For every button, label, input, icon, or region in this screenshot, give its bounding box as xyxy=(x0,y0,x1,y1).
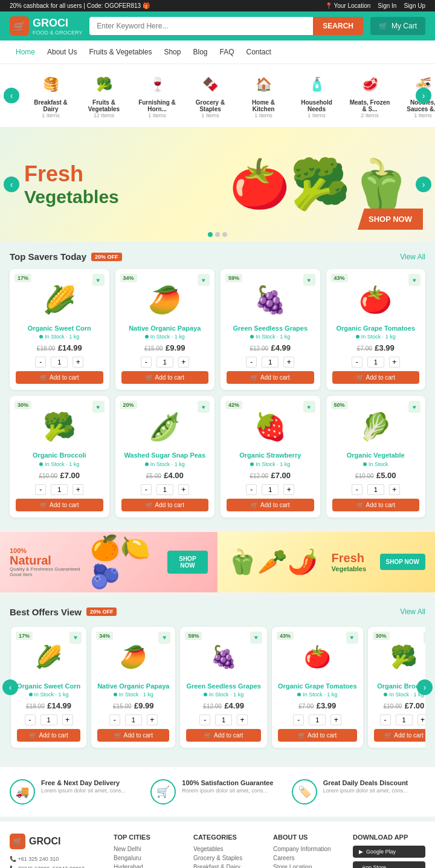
qty-increase-6[interactable]: + xyxy=(283,484,294,495)
best-offer-qty-inc-4[interactable]: + xyxy=(417,714,426,725)
category-item-1[interactable]: 🥦 Fruits & Vegetables 12 Items xyxy=(77,70,130,121)
add-to-cart-7[interactable]: 🛒 Add to cart xyxy=(332,499,420,511)
hero-next-button[interactable]: › xyxy=(416,177,431,192)
footer-city-2[interactable]: Hyderabad xyxy=(114,864,186,868)
footer-cat-0[interactable]: Vegetables xyxy=(193,846,266,852)
category-item-3[interactable]: 🍫 Grocery & Staples 1 Items xyxy=(184,70,237,121)
location-link[interactable]: 📍 Your Location xyxy=(325,2,370,9)
nav-fruits[interactable]: Fruits & Vegetables xyxy=(83,40,158,63)
categories-next-button[interactable]: › xyxy=(416,88,431,103)
best-offer-wishlist-4[interactable]: ♥ xyxy=(424,632,426,644)
best-offers-prev-button[interactable]: ‹ xyxy=(2,679,18,695)
wishlist-button-3[interactable]: ♥ xyxy=(408,274,420,286)
qty-input-3[interactable] xyxy=(367,357,384,368)
best-offer-qty-input-3[interactable] xyxy=(309,714,326,725)
add-to-cart-3[interactable]: 🛒 Add to cart xyxy=(332,371,420,384)
top-savers-view-all[interactable]: View All xyxy=(400,253,425,261)
best-offer-qty-dec-1[interactable]: - xyxy=(109,714,120,725)
qty-decrease-7[interactable]: - xyxy=(352,484,362,495)
category-item-6[interactable]: 🥩 Meats, Frozen & S... 2 Items xyxy=(343,70,396,121)
best-offer-qty-inc-1[interactable]: + xyxy=(147,714,158,725)
nav-blog[interactable]: Blog xyxy=(187,40,213,63)
add-to-cart-5[interactable]: 🛒 Add to cart xyxy=(121,499,209,511)
best-offer-add-cart-2[interactable]: 🛒 Add to cart xyxy=(186,729,261,742)
best-offer-wishlist-2[interactable]: ♥ xyxy=(250,632,262,644)
wishlist-button-4[interactable]: ♥ xyxy=(92,401,105,413)
nav-shop[interactable]: Shop xyxy=(158,40,187,63)
qty-increase-2[interactable]: + xyxy=(283,357,294,368)
nav-faq[interactable]: FAQ xyxy=(214,40,240,63)
cart-button[interactable]: 🛒 My Cart xyxy=(370,17,425,35)
app-store-button[interactable]: App Store xyxy=(353,861,425,868)
footer-about-1[interactable]: Careers xyxy=(273,855,346,861)
wishlist-button-6[interactable]: ♥ xyxy=(303,401,315,413)
best-offer-add-cart-1[interactable]: 🛒 Add to cart xyxy=(97,729,169,742)
best-offer-add-cart-4[interactable]: 🛒 Add to cart xyxy=(374,729,426,742)
qty-input-1[interactable] xyxy=(156,357,173,368)
add-to-cart-0[interactable]: 🛒 Add to cart xyxy=(16,371,103,384)
qty-decrease-0[interactable]: - xyxy=(35,357,46,368)
best-offer-qty-inc-3[interactable]: + xyxy=(330,714,341,725)
nav-contact[interactable]: Contact xyxy=(240,40,277,63)
best-offer-wishlist-3[interactable]: ♥ xyxy=(346,632,358,644)
categories-prev-button[interactable]: ‹ xyxy=(4,88,19,103)
footer-cat-2[interactable]: Breakfast & Dairy xyxy=(193,864,266,868)
best-offer-qty-dec-2[interactable]: - xyxy=(199,714,210,725)
hero-dot-1[interactable] xyxy=(208,232,213,237)
wishlist-button-2[interactable]: ♥ xyxy=(303,274,315,286)
qty-increase-3[interactable]: + xyxy=(389,357,400,368)
qty-input-0[interactable] xyxy=(51,357,68,368)
category-item-2[interactable]: 🍷 Furnishing & Horn... 1 Items xyxy=(130,70,184,121)
qty-input-4[interactable] xyxy=(51,484,68,495)
signin-link[interactable]: Sign In xyxy=(378,2,396,9)
category-item-5[interactable]: 🧴 Household Needs 1 Items xyxy=(290,70,343,121)
hero-dot-3[interactable] xyxy=(222,232,227,237)
best-offer-add-cart-3[interactable]: 🛒 Add to cart xyxy=(278,729,357,742)
qty-input-2[interactable] xyxy=(262,357,279,368)
qty-input-7[interactable] xyxy=(367,484,384,495)
hero-prev-button[interactable]: ‹ xyxy=(4,177,19,192)
qty-decrease-5[interactable]: - xyxy=(141,484,152,495)
footer-city-1[interactable]: Bengaluru xyxy=(114,855,186,861)
add-to-cart-6[interactable]: 🛒 Add to cart xyxy=(227,499,314,511)
qty-decrease-4[interactable]: - xyxy=(35,484,46,495)
qty-increase-4[interactable]: + xyxy=(72,484,83,495)
category-item-4[interactable]: 🏠 Home & Kitchen 1 Items xyxy=(237,70,290,121)
best-offer-qty-input-4[interactable] xyxy=(396,714,413,725)
nav-about[interactable]: About Us xyxy=(41,40,83,63)
add-to-cart-2[interactable]: 🛒 Add to cart xyxy=(227,371,314,384)
wishlist-button-0[interactable]: ♥ xyxy=(92,274,105,286)
best-offer-qty-dec-3[interactable]: - xyxy=(293,714,304,725)
qty-input-5[interactable] xyxy=(156,484,173,495)
best-offer-qty-input-2[interactable] xyxy=(215,714,232,725)
best-offer-qty-dec-4[interactable]: - xyxy=(380,714,391,725)
best-offer-qty-dec-0[interactable]: - xyxy=(25,714,36,725)
qty-decrease-3[interactable]: - xyxy=(352,357,362,368)
qty-decrease-1[interactable]: - xyxy=(141,357,152,368)
banner-vegetables-shop-btn[interactable]: SHOP NOW xyxy=(380,554,425,570)
wishlist-button-7[interactable]: ♥ xyxy=(408,401,420,413)
best-offer-qty-input-1[interactable] xyxy=(125,714,142,725)
qty-increase-7[interactable]: + xyxy=(389,484,400,495)
footer-cat-1[interactable]: Grocery & Staples xyxy=(193,855,266,861)
best-offers-next-button[interactable]: › xyxy=(417,679,433,695)
best-offer-qty-inc-0[interactable]: + xyxy=(62,714,73,725)
qty-decrease-6[interactable]: - xyxy=(246,484,257,495)
footer-about-2[interactable]: Store Location xyxy=(273,864,346,868)
add-to-cart-1[interactable]: 🛒 Add to cart xyxy=(121,371,209,384)
best-offer-qty-input-0[interactable] xyxy=(40,714,57,725)
banner-natural-shop-btn[interactable]: SHOP NOW xyxy=(167,551,208,574)
search-input[interactable] xyxy=(89,17,313,35)
footer-about-0[interactable]: Company Information xyxy=(273,846,346,852)
logo[interactable]: 🛒 GROCI FOOD & GROCERY xyxy=(10,16,82,36)
wishlist-button-1[interactable]: ♥ xyxy=(198,274,210,286)
best-offer-wishlist-0[interactable]: ♥ xyxy=(69,632,82,644)
wishlist-button-5[interactable]: ♥ xyxy=(198,401,210,413)
footer-city-0[interactable]: New Delhi xyxy=(114,846,186,852)
qty-increase-0[interactable]: + xyxy=(72,357,83,368)
search-button[interactable]: SEARCH xyxy=(313,17,363,35)
best-offers-view-all[interactable]: View All xyxy=(400,607,425,616)
best-offer-wishlist-1[interactable]: ♥ xyxy=(158,632,170,644)
google-play-button[interactable]: ▶ Google Play xyxy=(353,846,425,858)
category-item-0[interactable]: 🥞 Breakfast & Dairy 1 Items xyxy=(24,70,77,121)
